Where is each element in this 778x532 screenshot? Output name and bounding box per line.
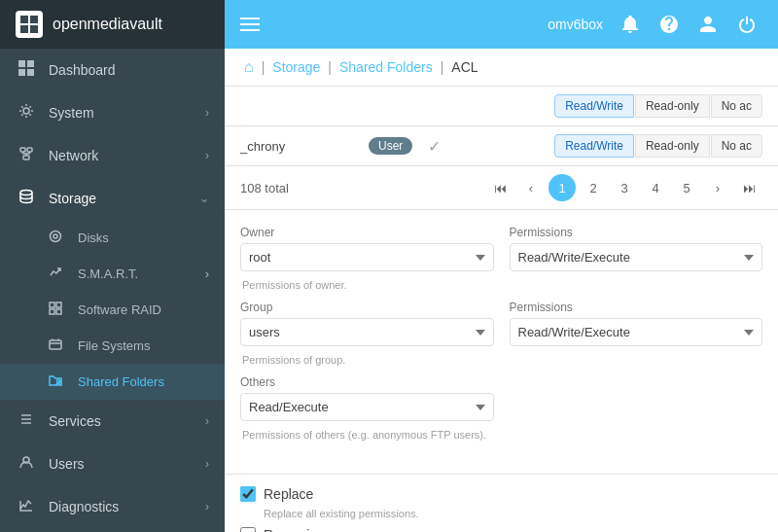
help-icon[interactable] [654,9,685,40]
group-hint: Permissions of group. [240,354,762,366]
checkbox-section: Replace Replace all existing permissions… [225,482,778,532]
group-select[interactable]: users [240,318,494,346]
recursive-checkbox[interactable] [240,527,256,532]
breadcrumb-shared-folders[interactable]: Shared Folders [339,59,433,75]
owner-hint: Permissions of owner. [240,279,762,291]
page-first-btn[interactable]: ⏮ [486,174,513,201]
sidebar-item-label-storage: Storage [49,191,199,206]
others-label: Others [240,375,494,389]
owner-permissions-select[interactable]: Read/Write/Execute Read/Execute Read-onl… [510,243,763,271]
sidebar-item-label-diagnostics: Diagnostics [49,499,205,514]
owner-select[interactable]: root [240,243,494,271]
sidebar-item-diagnostics[interactable]: Diagnostics › [0,485,225,528]
topbar: omv6box [225,0,778,49]
user-name-2: _chrony [240,139,357,154]
dashboard-icon [16,60,37,80]
page-4-btn[interactable]: 4 [642,174,669,201]
sidebar-item-users[interactable]: Users › [0,443,225,485]
svg-rect-18 [56,309,61,314]
svg-rect-0 [20,16,28,23]
breadcrumb-home[interactable]: ⌂ [244,58,254,76]
breadcrumb-sep-2: | [328,59,332,75]
perm-noaccess-2[interactable]: No ac [711,134,762,158]
sidebar-subitem-smart[interactable]: S.M.A.R.T. › [0,256,225,292]
acl-row-2: _chrony User ✓ Read/Write Read-only No a… [225,126,778,166]
owner-label: Owner [240,226,494,239]
sidebar-item-label-dashboard: Dashboard [49,62,209,78]
sidebar: openmediavault Dashboard System › Networ… [0,0,225,532]
breadcrumb-storage[interactable]: Storage [272,59,320,75]
others-select[interactable]: Read/Execute Read/Write/Execute Read-onl… [240,393,494,421]
sidebar-subitem-label-software-raid: Software RAID [78,302,161,317]
page-1-btn[interactable]: 1 [548,174,576,201]
perm-readonly-2[interactable]: Read-only [635,134,710,158]
svg-rect-22 [240,18,260,19]
breadcrumb: ⌂ | Storage | Shared Folders | ACL [225,49,778,87]
shared-folders-icon [49,373,68,390]
page-5-btn[interactable]: 5 [673,174,700,201]
perm-noaccess-1[interactable]: No ac [711,94,762,118]
perm-readwrite-1[interactable]: Read/Write [554,94,634,118]
notification-icon[interactable] [615,9,646,40]
group-permissions-select[interactable]: Read/Write/Execute Read/Execute Read-onl… [510,318,763,346]
user-account-icon[interactable] [692,9,724,40]
power-icon[interactable] [731,9,762,40]
sidebar-item-label-services: Services [49,413,205,429]
sidebar-item-label-network: Network [49,148,205,163]
others-placeholder [510,375,763,421]
sidebar-subitem-disks[interactable]: Disks [0,220,225,256]
svg-point-14 [53,234,57,238]
svg-rect-3 [30,25,38,33]
replace-hint: Replace all existing permissions. [240,508,762,519]
sidebar-item-system[interactable]: System › [0,91,225,134]
replace-checkbox-container[interactable]: Replace [240,486,313,502]
perm-readwrite-2[interactable]: Read/Write [554,134,634,158]
sidebar-subitem-label-smart: S.M.A.R.T. [78,266,138,281]
permission-buttons-1: Read/Write Read-only No ac [554,94,762,118]
app-name: openmediavault [53,16,162,33]
page-next-btn[interactable]: › [704,174,731,201]
sidebar-item-services[interactable]: Services › [0,400,225,443]
system-arrow-icon: › [205,106,209,120]
others-group: Others Read/Execute Read/Write/Execute R… [240,375,494,421]
page-prev-btn[interactable]: ‹ [517,174,545,201]
diagnostics-arrow-icon: › [205,500,209,514]
file-systems-icon [49,337,68,354]
page-last-btn[interactable]: ⏭ [735,174,762,201]
users-icon [16,454,37,474]
sidebar-subitem-file-systems[interactable]: File Systems [0,328,225,364]
users-arrow-icon: › [205,457,209,471]
breadcrumb-acl: ACL [451,59,477,75]
sidebar-subitem-label-shared-folders: Shared Folders [78,374,164,389]
network-icon [16,146,37,165]
sidebar-item-network[interactable]: Network › [0,134,225,177]
recursive-checkbox-container[interactable]: Recursive [240,527,324,532]
svg-rect-17 [50,309,54,314]
page-2-btn[interactable]: 2 [580,174,607,201]
replace-row: Replace [240,486,762,502]
page-3-btn[interactable]: 3 [611,174,638,201]
sidebar-item-label-users: Users [49,456,205,472]
replace-checkbox[interactable] [240,486,256,502]
svg-rect-6 [18,69,25,76]
form-section: Owner root Permissions Read/Write/Execut… [225,210,778,466]
replace-label: Replace [264,486,313,502]
user-badge-2: User [369,137,412,155]
storage-icon [16,189,37,208]
others-row: Others Read/Execute Read/Write/Execute R… [240,375,762,421]
group-label: Group [240,301,494,314]
sidebar-item-storage[interactable]: Storage ⌄ [0,177,225,220]
svg-rect-16 [56,302,61,307]
group-permissions-label: Permissions [510,301,763,314]
breadcrumb-sep-1: | [262,59,265,75]
perm-readonly-1[interactable]: Read-only [635,94,710,118]
recursive-row: Recursive [240,527,762,532]
svg-rect-2 [20,25,28,33]
group-row: Group users Permissions Read/Write/Execu… [240,301,762,346]
sidebar-item-dashboard[interactable]: Dashboard [0,49,225,91]
sidebar-subitem-shared-folders[interactable]: Shared Folders [0,364,225,400]
menu-icon[interactable] [240,14,260,36]
sidebar-subitem-software-raid[interactable]: Software RAID [0,292,225,328]
svg-rect-5 [27,60,34,67]
content-area: Read/Write Read-only No ac _chrony User … [225,87,778,532]
